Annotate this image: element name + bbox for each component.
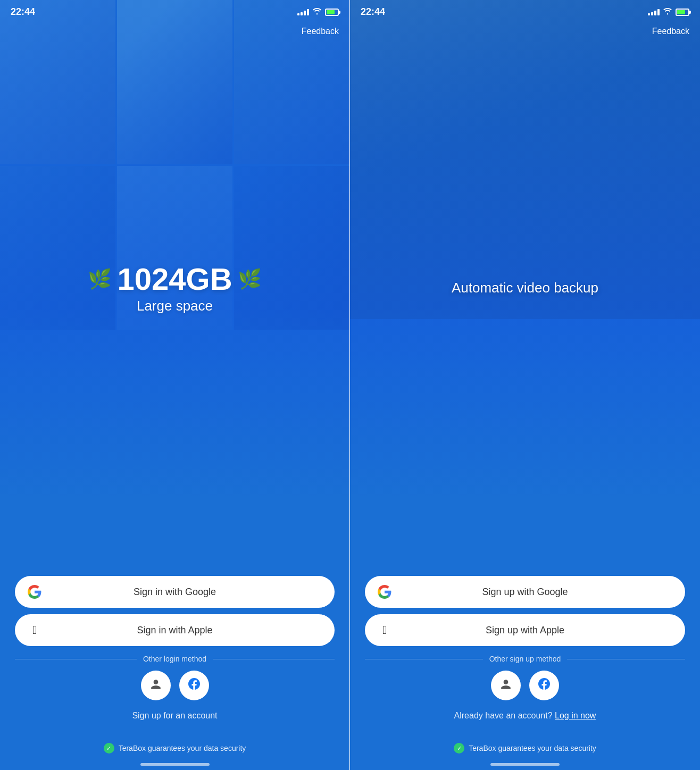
login-now-link[interactable]: Log in now	[555, 711, 596, 720]
storage-label: Large space	[137, 298, 213, 314]
storage-size: 1024GB	[117, 261, 232, 297]
feedback-button-left[interactable]: Feedback	[302, 27, 339, 36]
social-icons-left	[141, 671, 209, 700]
apple-icon-right: 	[377, 622, 393, 638]
social-icons-right	[491, 671, 559, 700]
hero-right: Automatic video backup	[350, 0, 700, 576]
divider-line-right-2	[567, 659, 685, 659]
laurel-right: 🌿	[238, 268, 262, 290]
feature-title: Automatic video backup	[441, 278, 609, 297]
signup-google-label: Sign up with Google	[365, 587, 685, 598]
left-content: 22:44 Feedback 🌿	[0, 0, 349, 770]
login-link-right: Already have an account? Log in now	[454, 711, 596, 721]
other-signup-label: Other sign up method	[489, 655, 561, 663]
person-signup-button[interactable]	[491, 671, 521, 700]
divider-line-right-1	[365, 659, 483, 659]
storage-badge: 🌿 1024GB 🌿 Large space	[88, 261, 261, 314]
hero-left: 🌿 1024GB 🌿 Large space	[0, 0, 349, 576]
google-icon	[27, 584, 43, 600]
signin-apple-label: Sign in with Apple	[15, 625, 335, 636]
other-method-right: Other sign up method	[365, 655, 685, 721]
security-check-left: ✓	[104, 743, 114, 754]
signup-apple-label: Sign up with Apple	[365, 625, 685, 636]
divider-left: Other login method	[15, 655, 335, 663]
divider-line-left-1	[15, 659, 137, 659]
facebook-signup-button[interactable]	[529, 671, 559, 700]
signup-google-button[interactable]: Sign up with Google	[365, 576, 685, 608]
battery-icon-right	[676, 9, 689, 16]
other-method-left: Other login method	[15, 655, 335, 721]
bottom-section-left: Sign in with Google  Sign in with Apple…	[0, 576, 349, 736]
home-indicator-right	[490, 763, 560, 766]
person-login-button[interactable]	[141, 671, 171, 700]
security-check-right: ✓	[454, 743, 464, 754]
facebook-icon	[188, 678, 200, 693]
person-icon-right	[500, 679, 512, 693]
feedback-button-right[interactable]: Feedback	[652, 27, 689, 36]
battery-icon-left	[325, 9, 339, 16]
right-content: 22:44 Feedback Automatic video backup	[350, 0, 700, 770]
laurel-wrap: 🌿 1024GB 🌿	[88, 261, 261, 297]
google-icon-right	[377, 584, 393, 600]
other-login-label: Other login method	[143, 655, 206, 663]
account-link-pre: Already have an account?	[454, 711, 553, 720]
signin-google-button[interactable]: Sign in with Google	[15, 576, 335, 608]
divider-line-left-2	[213, 659, 335, 659]
facebook-icon-right	[538, 678, 550, 693]
laurel-left: 🌿	[88, 268, 112, 290]
security-label-right: TeraBox guarantees your data security	[469, 744, 596, 752]
home-indicator-left	[140, 763, 210, 766]
divider-right: Other sign up method	[365, 655, 685, 663]
security-badge-right: ✓ TeraBox guarantees your data security	[350, 736, 700, 760]
signin-apple-button[interactable]:  Sign in with Apple	[15, 614, 335, 646]
bottom-section-right: Sign up with Google  Sign up with Apple…	[350, 576, 700, 736]
signin-google-label: Sign in with Google	[15, 587, 335, 598]
security-label-left: TeraBox guarantees your data security	[119, 744, 246, 752]
signup-apple-button[interactable]:  Sign up with Apple	[365, 614, 685, 646]
facebook-login-button[interactable]	[179, 671, 209, 700]
apple-icon: 	[27, 622, 43, 638]
signup-screen: 22:44 Feedback Automatic video backup	[350, 0, 700, 770]
security-badge-left: ✓ TeraBox guarantees your data security	[0, 736, 349, 760]
signin-screen: 22:44 Feedback 🌿	[0, 0, 350, 770]
person-icon	[150, 679, 162, 693]
signup-link-left[interactable]: Sign up for an account	[132, 711, 217, 721]
